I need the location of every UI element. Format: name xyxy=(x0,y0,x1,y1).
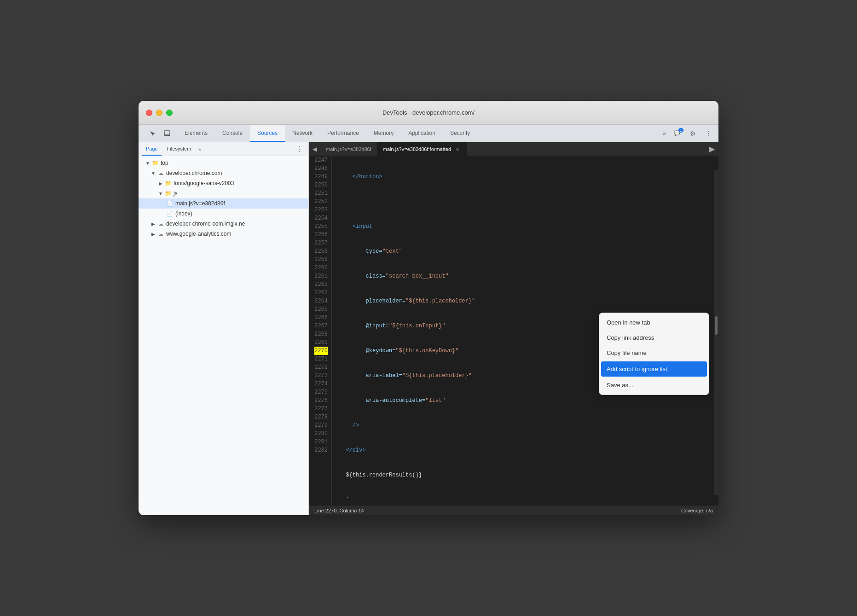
sources-more-icon[interactable]: » xyxy=(197,146,203,152)
coverage-status: Coverage: n/a xyxy=(681,508,713,513)
devtools-right-icons: » 💬 1 ⚙ ⋮ xyxy=(657,125,718,142)
context-menu: Open in new tab Copy link address Copy f… xyxy=(599,313,709,395)
devtools-tabbar: Elements Console Sources Network Perform… xyxy=(139,125,718,142)
tab-sources[interactable]: Sources xyxy=(250,125,285,142)
cloud-icon-3: ☁ xyxy=(157,230,164,238)
tab-security[interactable]: Security xyxy=(443,125,477,142)
editor-area: ◀ main.js?v=e382d86f main.js?v=e382d86f:… xyxy=(309,142,718,515)
file-tree: ▼ 📁 top ▼ ☁ developer.chrome.com ▶ 📁 fon xyxy=(139,156,308,515)
tree-item-fonts[interactable]: ▶ 📁 fonts/google-sans-v2003 xyxy=(139,178,308,188)
tab-performance[interactable]: Performance xyxy=(320,125,366,142)
file-icon-index: 📄 xyxy=(166,210,174,217)
sources-sidebar: Page Filesystem » ⋮ ▼ 📁 top xyxy=(139,142,309,515)
minimize-button[interactable] xyxy=(156,110,162,116)
tab-close-icon[interactable]: × xyxy=(454,145,461,153)
menu-item-add-ignore[interactable]: Add script to ignore list xyxy=(601,361,707,377)
editor-tab-main-js[interactable]: main.js?v=e382d86f xyxy=(320,142,377,156)
devtools-window: DevTools - developer.chrome.com/ Element… xyxy=(139,101,718,515)
more-options-icon[interactable]: ⋮ xyxy=(702,127,715,140)
page-tab[interactable]: Page xyxy=(142,143,162,156)
status-bar: Line 2270, Column 14 Coverage: n/a xyxy=(309,505,718,515)
maximize-button[interactable] xyxy=(166,110,173,116)
editor-toggle-icon[interactable]: ◀ xyxy=(309,142,320,156)
svg-rect-0 xyxy=(164,131,170,135)
tab-application[interactable]: Application xyxy=(401,125,443,142)
tree-item-imgix[interactable]: ▶ ☁ developer-chrome-com.imgix.ne xyxy=(139,219,308,229)
arrow-icon-dev-chrome: ▼ xyxy=(150,169,157,177)
titlebar: DevTools - developer.chrome.com/ xyxy=(139,101,718,125)
arrow-icon-analytics: ▶ xyxy=(150,230,157,238)
menu-item-save-as[interactable]: Save as... xyxy=(599,378,709,393)
tab-network[interactable]: Network xyxy=(285,125,320,142)
scrollbar-thumb[interactable] xyxy=(715,316,718,335)
scrollbar-track[interactable] xyxy=(714,170,718,495)
svg-rect-1 xyxy=(164,135,170,136)
more-tabs-icon[interactable]: » xyxy=(661,130,668,137)
menu-item-open-new-tab[interactable]: Open in new tab xyxy=(599,315,709,330)
tab-memory[interactable]: Memory xyxy=(366,125,401,142)
tree-item-top[interactable]: ▼ 📁 top xyxy=(139,158,308,168)
filesystem-tab[interactable]: Filesystem xyxy=(163,143,195,156)
close-button[interactable] xyxy=(146,110,152,116)
arrow-icon-js: ▼ xyxy=(157,190,164,197)
sources-menu-icon[interactable]: ⋮ xyxy=(294,144,305,154)
cursor-icon[interactable] xyxy=(146,127,159,140)
line-numbers: 2247 2248 2249 2250 2251 2252 2253 2254 … xyxy=(309,156,332,505)
settings-icon[interactable]: ⚙ xyxy=(686,127,699,140)
devtools-left-icons xyxy=(142,125,177,142)
arrow-icon-top: ▼ xyxy=(144,159,151,167)
cloud-icon-1: ☁ xyxy=(157,169,164,177)
folder-icon-fonts: 📁 xyxy=(164,180,172,187)
editor-tabs: ◀ main.js?v=e382d86f main.js?v=e382d86f:… xyxy=(309,142,718,156)
editor-tab-main-js-formatted[interactable]: main.js?v=e382d86f:formatted × xyxy=(377,142,467,156)
arrow-icon-imgix: ▶ xyxy=(150,220,157,227)
cursor-position: Line 2270, Column 14 xyxy=(314,508,364,513)
arrow-icon-fonts: ▶ xyxy=(157,180,164,187)
tree-item-index[interactable]: 📄 (index) xyxy=(139,209,308,219)
folder-icon-js: 📁 xyxy=(164,190,172,197)
notification-badge: 1 xyxy=(678,128,683,133)
editor-collapse-icon[interactable]: ▶ xyxy=(706,142,718,156)
sources-header: Page Filesystem » ⋮ xyxy=(139,142,308,156)
tab-elements[interactable]: Elements xyxy=(177,125,215,142)
menu-item-copy-link[interactable]: Copy link address xyxy=(599,330,709,345)
window-title: DevTools - developer.chrome.com/ xyxy=(382,109,475,116)
tree-item-main-js[interactable]: 📄 main.js?v=e382d86f xyxy=(139,198,308,209)
tree-item-js[interactable]: ▼ 📁 js xyxy=(139,188,308,198)
cloud-icon-2: ☁ xyxy=(157,220,164,227)
menu-item-copy-filename[interactable]: Copy file name xyxy=(599,345,709,360)
tab-console[interactable]: Console xyxy=(215,125,250,142)
tree-item-analytics[interactable]: ▶ ☁ www.google-analytics.com xyxy=(139,229,308,239)
file-icon-main-js: 📄 xyxy=(166,200,174,207)
folder-icon-top: 📁 xyxy=(151,159,159,167)
tree-item-developer-chrome[interactable]: ▼ ☁ developer.chrome.com xyxy=(139,168,308,178)
code-editor[interactable]: 2247 2248 2249 2250 2251 2252 2253 2254 … xyxy=(309,156,718,505)
devtools-body: Page Filesystem » ⋮ ▼ 📁 top xyxy=(139,142,718,515)
badge-button[interactable]: 💬 1 xyxy=(671,127,683,140)
traffic-lights xyxy=(146,110,173,116)
drawer-icon[interactable] xyxy=(161,127,174,140)
